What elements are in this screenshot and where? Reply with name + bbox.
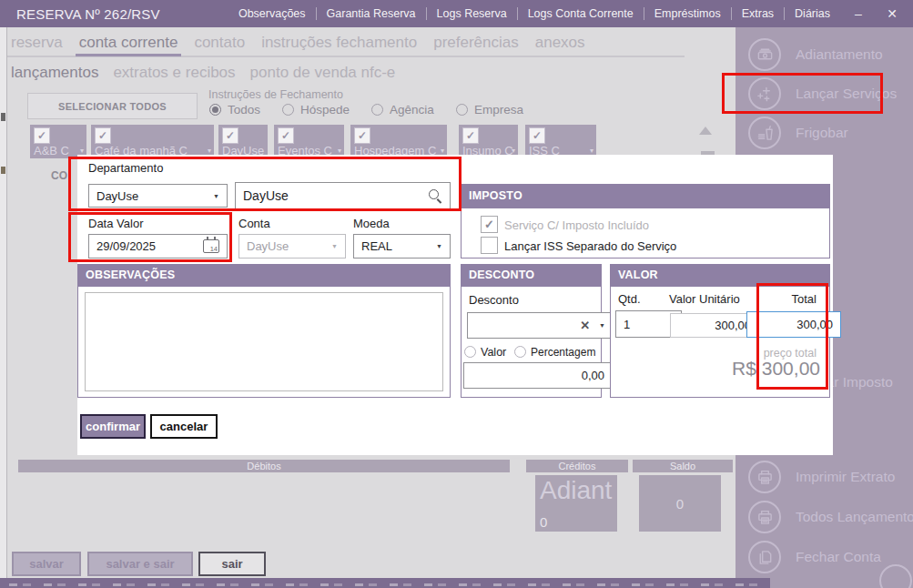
checkbox-checked-icon[interactable]: ✓ [278,127,294,144]
window-title: RESERVA Nº 262/RSV [16,6,160,22]
menu-logs-conta-corrente[interactable]: Logs Conta Corrente [518,7,644,20]
titlebar-menu: Observações Garantia Reserva Logs Reserv… [228,0,840,27]
card-eventos[interactable]: ✓ Eventos C▾ [274,125,344,158]
subtab-lancamentos[interactable]: lançamentos [11,64,98,82]
main-tab-bar: reserva conta corrente contato instruçõe… [11,34,585,52]
cancelar-button[interactable]: cancelar [150,414,218,439]
chevron-down-icon: ▼ [599,322,605,329]
card-aeb[interactable]: ✓ A&B C▾ [30,125,86,158]
preco-total-value: R$ 300,00 [732,358,820,380]
chevron-down-icon: ▼ [213,193,219,199]
qtd-label: Qtd. [618,292,641,306]
iss-separado-checkbox[interactable] [481,237,498,254]
chevron-down-icon: ▾ [338,147,341,155]
radio-empresa[interactable]: Empresa [456,103,523,117]
menu-logs-reserva[interactable]: Logs Reserva [427,7,517,20]
imposto-section-body: ✓ Serviço C/ Imposto Incluído Lançar ISS… [461,208,830,259]
sidebar-item-todos-lancamentos[interactable]: Todos Lançamentos [748,501,913,533]
tab-instrucoes-fechamento[interactable]: instruções fechamento [261,34,417,52]
creditos-card[interactable]: Adiant 0 [535,475,617,532]
tab-conta-corrente[interactable]: conta corrente [79,34,178,52]
sidebar-item-imprimir-extrato[interactable]: Imprimir Extrato [748,461,895,493]
salvar-button[interactable]: salvar [12,552,81,576]
total-label: Total [792,292,817,306]
radio-hospede[interactable]: Hóspede [282,103,350,117]
sair-button[interactable]: sair [198,552,266,576]
sidebar-item-lancar-servicos[interactable]: Lançar Serviços [748,77,897,110]
desconto-percentagem-radio[interactable] [514,346,526,358]
confirmar-button[interactable]: confirmar [80,414,146,439]
radio-todos[interactable]: Todos [209,103,260,117]
desconto-valor-radio[interactable] [464,346,476,358]
saldo-header: Saldo [633,460,733,472]
calendar-icon[interactable]: 14 [203,239,219,253]
chevron-down-icon: ▼ [436,243,442,249]
desconto-amount-input[interactable]: 0,00 [463,362,613,389]
checkbox-checked-icon[interactable]: ✓ [529,127,545,144]
reserva-window: RESERVA Nº 262/RSV Observações Garantia … [0,0,913,588]
observacoes-section-header: OBSERVAÇÕES [77,264,451,286]
observacoes-section-body [77,286,451,398]
chevron-down-icon: ▾ [590,147,593,155]
menu-garantia-reserva[interactable]: Garantia Reserva [317,7,426,20]
tab-reserva[interactable]: reserva [11,34,63,52]
select-all-button[interactable]: SELECIONAR TODOS [27,93,198,119]
menu-diarias[interactable]: Diárias [785,7,840,20]
checkbox-checked-icon[interactable]: ✓ [354,127,370,144]
radio-agencia[interactable]: Agência [371,103,434,117]
creditos-header: Créditos [526,460,628,472]
minimize-button[interactable]: – [845,0,872,27]
card-iss[interactable]: ✓ ISS C▾ [525,125,596,158]
desconto-valor-label: Valor [481,346,506,359]
tab-preferencias[interactable]: preferências [433,34,519,52]
menu-observacoes[interactable]: Observações [228,7,316,20]
menu-extras[interactable]: Extras [732,7,784,20]
card-hospedagem[interactable]: ✓ Hospedagem C▾ [350,125,447,158]
imposto-section-header: IMPOSTO [461,184,830,208]
chevron-down-icon: ▾ [441,147,444,155]
saldo-card-value: 0 [639,475,721,532]
radio-agencia-circle[interactable] [371,104,383,116]
sidebar-item-frigobar[interactable]: Frigobar [748,117,848,149]
sidebar-item-fechar-conta[interactable]: Fechar Conta [748,541,881,573]
tab-anexos[interactable]: anexos [535,34,585,52]
clear-icon[interactable]: ✕ [580,319,590,332]
valor-section-header: VALOR [610,264,830,286]
card-cafe-manha[interactable]: ✓ Café da manhã C▾ [91,125,214,158]
saldo-card[interactable]: 0 [639,475,721,532]
servico-imposto-checkbox[interactable]: ✓ [481,216,498,233]
subtab-extratos-recibos[interactable]: extratos e recibos [113,64,235,82]
subtab-ponto-venda-nfce[interactable]: ponto de venda nfc-e [250,64,396,82]
conta-select[interactable]: DayUse▼ [238,234,346,259]
lancar-servicos-dialog: Departamento DayUse▼ DayUse Data Valor 2… [77,155,833,455]
card-dayuse[interactable]: ✓ DayUse [218,125,268,158]
checkbox-checked-icon[interactable]: ✓ [34,127,50,144]
departamento-select[interactable]: DayUse▼ [88,184,228,208]
salvar-e-sair-button[interactable]: salvar e sair [87,552,193,576]
radio-todos-circle[interactable] [209,104,221,116]
creditos-card-value: 0 [540,514,547,530]
printer-icon [748,501,781,533]
radio-hospede-circle[interactable] [282,104,294,116]
card-insumo[interactable]: ✓ Insumo C▾ [459,125,518,158]
desconto-select[interactable]: ✕ ▼ [467,312,614,339]
closing-instructions-label: Instruções de Fechamento [208,88,343,101]
departamento-search-input[interactable]: DayUse [235,182,451,209]
checkbox-checked-icon[interactable]: ✓ [462,127,479,144]
checkbox-checked-icon[interactable]: ✓ [222,127,238,144]
search-icon[interactable] [428,188,442,203]
desconto-percentagem-label: Percentagem [531,346,595,359]
close-button[interactable]: ✕ [878,0,906,27]
moeda-select[interactable]: REAL▼ [353,234,451,259]
tab-contato[interactable]: contato [194,34,245,52]
document-icon [748,541,781,573]
checkbox-checked-icon[interactable]: ✓ [95,127,111,144]
data-valor-input[interactable]: 29/09/2025 14 [88,234,228,259]
radio-empresa-circle[interactable] [456,104,468,116]
sidebar-item-adiantamento[interactable]: Adiantamento [748,38,883,71]
scroll-up-icon[interactable] [699,127,712,135]
chevron-down-icon: ▾ [208,147,211,155]
observacoes-textarea[interactable] [85,292,443,391]
total-input[interactable]: 300,00 [746,311,841,338]
menu-emprestimos[interactable]: Empréstimos [644,7,731,20]
